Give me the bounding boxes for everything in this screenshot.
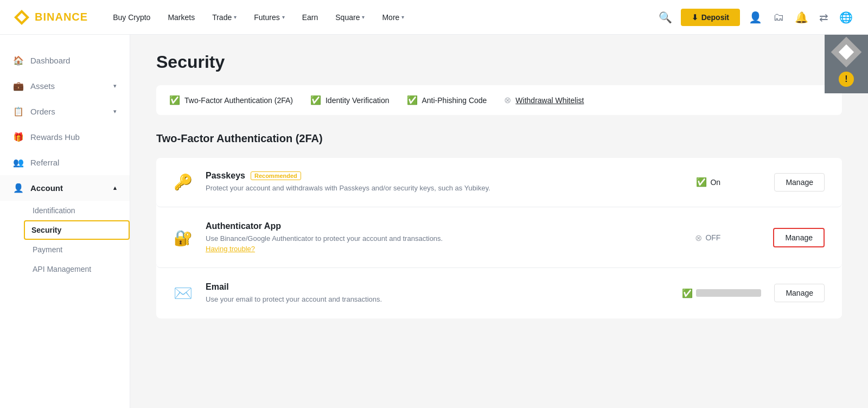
home-icon: 🏠	[13, 55, 24, 66]
security-item-email: ✉️ Email Use your email to protect your …	[156, 269, 842, 318]
authenticator-status: ⊗ OFF	[695, 233, 760, 243]
email-desc: Use your email to protect your account a…	[206, 294, 669, 305]
security-item-authenticator: 🔐 Authenticator App Use Binance/Google A…	[156, 208, 842, 268]
passkeys-manage-button[interactable]: Manage	[774, 173, 825, 192]
sidebar-item-dashboard[interactable]: 🏠 Dashboard	[0, 48, 130, 73]
email-info: Email Use your email to protect your acc…	[206, 282, 669, 305]
passkeys-icon: 🔑	[174, 173, 193, 191]
nav-more[interactable]: More▾	[374, 9, 412, 26]
email-status: ✅	[682, 288, 761, 298]
check-icon-whitelist: ⊗	[504, 95, 511, 105]
notification-icon[interactable]: 🔔	[793, 9, 810, 26]
status-check-icon: ✅	[696, 177, 707, 187]
tab-2fa[interactable]: ✅ Two-Factor Authentication (2FA)	[169, 95, 293, 105]
nav-futures[interactable]: Futures▾	[246, 9, 292, 26]
nav-actions: 🔍 ⬇ Deposit 👤 🗂 🔔 ⇄ 🌐	[656, 9, 855, 26]
logo-link[interactable]: BINANCE	[13, 9, 88, 26]
passkeys-desc: Protect your account and withdrawals wit…	[206, 183, 683, 194]
sidebar-item-assets[interactable]: 💼 Assets ▾	[0, 73, 130, 99]
tab-anti-phishing[interactable]: ✅ Anti-Phishing Code	[407, 95, 487, 105]
main-content: Security ✅ Two-Factor Authentication (2F…	[130, 35, 868, 408]
download-icon: ⬇	[692, 13, 698, 22]
sidebar-item-rewards-hub[interactable]: 🎁 Rewards Hub	[0, 124, 130, 150]
nav-square[interactable]: Square▾	[328, 9, 372, 26]
authenticator-title: Authenticator App	[206, 221, 682, 231]
check-icon-identity: ✅	[310, 95, 321, 105]
account-submenu: Identification Security Payment API Mana…	[0, 201, 130, 279]
sidebar-item-referral[interactable]: 👥 Referral	[0, 150, 130, 175]
passkeys-title: Passkeys Recommended	[206, 171, 683, 181]
passkeys-info: Passkeys Recommended Protect your accoun…	[206, 171, 683, 194]
authenticator-desc: Use Binance/Google Authenticator to prot…	[206, 233, 682, 254]
check-icon-antiphishing: ✅	[407, 95, 418, 105]
check-icon-2fa: ✅	[169, 95, 180, 105]
page-layout: 🏠 Dashboard 💼 Assets ▾ 📋 Orders ▾ 🎁 Rewa…	[0, 35, 868, 408]
search-icon[interactable]: 🔍	[656, 9, 674, 26]
page-title: Security	[156, 52, 842, 72]
promo-alert-icon: !	[839, 72, 854, 87]
authenticator-manage-button[interactable]: Manage	[773, 228, 825, 247]
tab-withdrawal-whitelist[interactable]: ⊗ Withdrawal Whitelist	[504, 95, 584, 105]
tab-identity[interactable]: ✅ Identity Verification	[310, 95, 390, 105]
orders-icon: 📋	[13, 106, 24, 117]
section-title-2fa: Two-Factor Authentication (2FA)	[156, 132, 842, 145]
having-trouble-link[interactable]: Having trouble?	[206, 245, 255, 253]
nav-buy-crypto[interactable]: Buy Crypto	[105, 9, 158, 26]
sidebar-sub-identification[interactable]: Identification	[33, 201, 130, 220]
sidebar-sub-payment[interactable]: Payment	[33, 240, 130, 259]
authenticator-icon: 🔐	[174, 229, 193, 247]
status-check-email-icon: ✅	[682, 288, 693, 298]
security-items-container: 🔑 Passkeys Recommended Protect your acco…	[156, 158, 842, 318]
promo-banner[interactable]: !	[825, 35, 868, 93]
email-redacted-value	[696, 289, 761, 297]
binance-logo-icon	[13, 9, 30, 26]
nav-trade[interactable]: Trade▾	[205, 9, 244, 26]
user-icon[interactable]: 👤	[746, 9, 764, 26]
passkeys-status: ✅ On	[696, 177, 761, 187]
rewards-icon: 🎁	[13, 132, 24, 142]
status-off-icon: ⊗	[695, 233, 702, 243]
sidebar-item-orders[interactable]: 📋 Orders ▾	[0, 99, 130, 124]
sidebar: 🏠 Dashboard 💼 Assets ▾ 📋 Orders ▾ 🎁 Rewa…	[0, 35, 130, 408]
sidebar-sub-api-management[interactable]: API Management	[33, 259, 130, 279]
logo-text: BINANCE	[35, 11, 88, 23]
nav-earn[interactable]: Earn	[295, 9, 326, 26]
assets-icon: 💼	[13, 81, 24, 91]
chevron-down-icon: ▾	[113, 108, 117, 115]
email-icon: ✉️	[174, 284, 193, 302]
email-manage-button[interactable]: Manage	[774, 284, 825, 302]
transfer-icon[interactable]: ⇄	[817, 9, 831, 26]
deposit-button[interactable]: ⬇ Deposit	[681, 9, 740, 26]
authenticator-info: Authenticator App Use Binance/Google Aut…	[206, 221, 682, 254]
sidebar-sub-security[interactable]: Security	[24, 220, 130, 240]
email-title: Email	[206, 282, 669, 292]
referral-icon: 👥	[13, 157, 24, 168]
account-icon: 👤	[13, 183, 24, 193]
globe-icon[interactable]: 🌐	[837, 9, 855, 26]
chevron-up-icon: ▴	[113, 184, 117, 192]
security-item-passkeys: 🔑 Passkeys Recommended Protect your acco…	[156, 158, 842, 207]
wallet-icon[interactable]: 🗂	[771, 9, 786, 25]
nav-markets[interactable]: Markets	[160, 9, 202, 26]
top-navigation: BINANCE Buy Crypto Markets Trade▾ Future…	[0, 0, 868, 35]
recommended-badge: Recommended	[251, 171, 301, 180]
chevron-down-icon: ▾	[113, 82, 117, 90]
security-tabs: ✅ Two-Factor Authentication (2FA) ✅ Iden…	[156, 85, 842, 115]
sidebar-item-account[interactable]: 👤 Account ▴	[0, 175, 130, 201]
nav-menu: Buy Crypto Markets Trade▾ Futures▾ Earn …	[105, 9, 656, 26]
